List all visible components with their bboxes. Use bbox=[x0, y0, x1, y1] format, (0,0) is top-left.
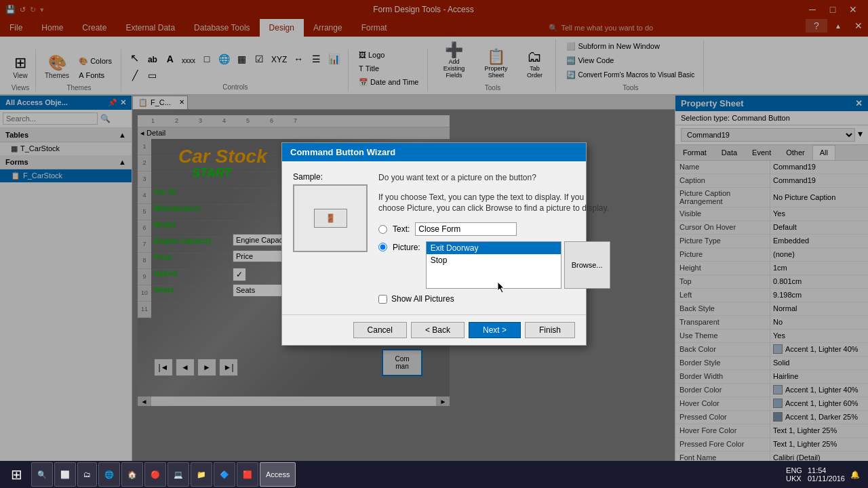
taskbar-search[interactable]: 🔍 bbox=[31, 462, 53, 487]
text-radio[interactable] bbox=[378, 225, 387, 234]
dialog-sample-container: 🚪 bbox=[293, 184, 368, 252]
next-btn[interactable]: Next > bbox=[469, 322, 521, 338]
taskbar-access-icon2[interactable]: 🟥 bbox=[237, 462, 258, 487]
taskbar: ⊞ 🔍 ⬜ 🗂 🌐 🏠 🔴 💻 📁 🔷 🟥 Access ENGUKX 11:5… bbox=[0, 461, 868, 488]
dialog-picture-option: Picture: Exit Doorway Stop Browse... bbox=[378, 241, 610, 289]
dialog-footer: Cancel < Back Next > Finish bbox=[282, 314, 586, 345]
dialog-text-option: Text: bbox=[378, 222, 610, 236]
dialog-sample-area: Sample: 🚪 bbox=[293, 172, 368, 304]
dialog-title-text: Command Button Wizard bbox=[290, 147, 395, 157]
taskbar-ie[interactable]: 💻 bbox=[167, 462, 189, 487]
taskbar-access-icon[interactable]: 🔷 bbox=[214, 462, 235, 487]
text-radio-label: Text: bbox=[393, 224, 410, 234]
dialog-question-text: Do you want text or a picture on the but… bbox=[378, 172, 610, 184]
sample-btn-icon: 🚪 bbox=[326, 214, 336, 223]
dialog-body: Sample: 🚪 Do you want text or a picture … bbox=[282, 161, 586, 314]
show-all-checkbox[interactable] bbox=[378, 295, 387, 304]
dialog-question-detail: If you choose Text, you can type the tex… bbox=[378, 192, 610, 215]
dialog-overlay: Command Button Wizard Sample: 🚪 Do you w… bbox=[0, 0, 868, 488]
picture-item-stop[interactable]: Stop bbox=[427, 254, 561, 266]
cancel-btn[interactable]: Cancel bbox=[353, 322, 407, 338]
taskbar-file-explorer[interactable]: 🗂 bbox=[77, 462, 97, 487]
taskbar-notification-icon[interactable]: 🔔 bbox=[850, 470, 860, 479]
command-button-wizard-dialog: Command Button Wizard Sample: 🚪 Do you w… bbox=[281, 142, 587, 346]
show-all-pictures-area: Show All Pictures bbox=[378, 294, 610, 304]
start-btn[interactable]: ⊞ bbox=[3, 462, 30, 487]
taskbar-time: 11:5401/11/2016 bbox=[808, 466, 845, 483]
dialog-question-main: Do you want text or a picture on the but… bbox=[378, 173, 536, 182]
taskbar-chrome[interactable]: 🌐 bbox=[98, 462, 120, 487]
picture-item-exit-doorway[interactable]: Exit Doorway bbox=[427, 242, 561, 254]
show-all-label: Show All Pictures bbox=[391, 294, 454, 304]
picture-radio-label: Picture: bbox=[393, 243, 420, 252]
picture-radio[interactable] bbox=[378, 243, 387, 251]
browse-btn[interactable]: Browse... bbox=[564, 241, 610, 289]
taskbar-access-active[interactable]: Access bbox=[260, 462, 296, 487]
taskbar-folder[interactable]: 📁 bbox=[191, 462, 212, 487]
dialog-sample-label: Sample: bbox=[293, 172, 323, 182]
back-btn[interactable]: < Back bbox=[411, 322, 465, 338]
taskbar-task-view[interactable]: ⬜ bbox=[54, 462, 76, 487]
text-value-input[interactable] bbox=[415, 222, 517, 236]
dialog-right: Do you want text or a picture on the but… bbox=[378, 172, 610, 304]
picture-list[interactable]: Exit Doorway Stop bbox=[426, 241, 561, 289]
taskbar-right: ENGUKX 11:5401/11/2016 🔔 bbox=[786, 466, 865, 483]
picture-selector: Exit Doorway Stop Browse... bbox=[426, 241, 610, 289]
dialog-sample-button[interactable]: 🚪 bbox=[314, 209, 347, 228]
taskbar-firefox[interactable]: 🔴 bbox=[144, 462, 166, 487]
finish-btn[interactable]: Finish bbox=[525, 322, 575, 338]
taskbar-lang: ENGUKX bbox=[786, 466, 802, 483]
taskbar-home[interactable]: 🏠 bbox=[121, 462, 143, 487]
dialog-title: Command Button Wizard bbox=[282, 143, 586, 161]
